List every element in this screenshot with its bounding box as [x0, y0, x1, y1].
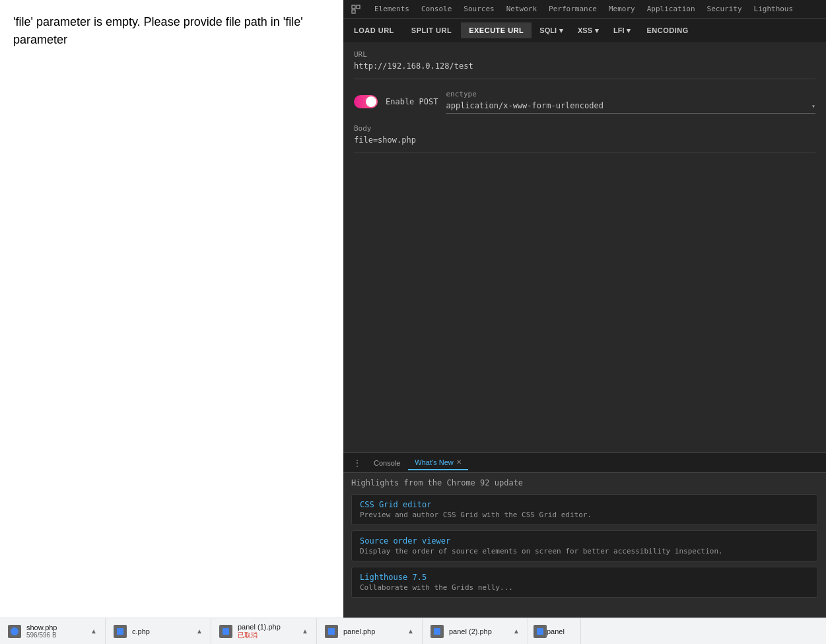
download-name-panel1-php: panel (1).php: [238, 623, 296, 631]
bottom-tabs-more-icon[interactable]: ⋮: [349, 458, 366, 468]
execute-url-button[interactable]: EXECUTE URL: [461, 22, 532, 38]
sqli-button[interactable]: SQLI ▾: [533, 22, 570, 39]
bottom-tabs-bar: ⋮ Console What's New ✕: [343, 453, 826, 473]
download-arrow-show-php[interactable]: ▲: [90, 627, 97, 635]
download-info-panel-php: panel.php: [343, 627, 402, 635]
download-info-show-php: show.php 596/596 B: [26, 624, 85, 639]
highlight-card-source-order: Source order viewer Display the order of…: [351, 530, 818, 561]
download-icon-panel2-php: [430, 625, 444, 638]
body-value[interactable]: file=show.php: [354, 135, 815, 145]
enable-post-toggle[interactable]: [354, 95, 378, 108]
bottom-tab-whats-new[interactable]: What's New ✕: [408, 456, 467, 470]
browser-bottom-bar: show.php 596/596 B ▲ c.php ▲ panel (1).p…: [0, 618, 826, 644]
enctype-dropdown-icon: ▾: [811, 102, 815, 110]
highlight-link-lighthouse[interactable]: Lighthouse 7.5: [360, 573, 809, 582]
download-icon-panel-partial: [533, 625, 547, 638]
download-arrow-c-php[interactable]: ▲: [196, 627, 203, 635]
xss-arrow-icon: ▾: [595, 26, 599, 35]
highlight-link-css-grid[interactable]: CSS Grid editor: [360, 500, 809, 509]
download-arrow-panel-php[interactable]: ▲: [407, 627, 414, 635]
svg-rect-8: [537, 628, 543, 635]
download-arrow-panel2-php[interactable]: ▲: [513, 627, 520, 635]
bottom-tab-console[interactable]: Console: [367, 456, 407, 470]
load-url-button[interactable]: LOAD URL: [346, 22, 402, 38]
download-icon-show-php: [8, 625, 21, 638]
download-info-panel-partial: panel: [547, 627, 575, 635]
highlight-link-source-order[interactable]: Source order viewer: [360, 536, 809, 546]
download-tab-show-php[interactable]: show.php 596/596 B ▲: [0, 618, 106, 644]
devtools-bottom-panel: ⋮ Console What's New ✕ Highlights from t…: [343, 452, 826, 618]
download-icon-c-php: [114, 625, 127, 638]
download-tab-panel2-php[interactable]: panel (2).php ▲: [423, 618, 528, 644]
devtools-tab-performance[interactable]: Performance: [543, 2, 602, 16]
download-info-panel2-php: panel (2).php: [449, 627, 508, 635]
download-name-panel2-php: panel (2).php: [449, 627, 508, 635]
download-size-panel1-php: 已取消: [238, 631, 296, 640]
body-field-group: Body file=show.php: [354, 124, 815, 153]
download-tab-panel-partial[interactable]: panel: [528, 618, 581, 644]
highlight-desc-source-order: Display the order of source elements on …: [360, 547, 809, 555]
lfi-button[interactable]: LFI ▾: [607, 22, 638, 39]
download-tab-panel1-php[interactable]: panel (1).php 已取消 ▲: [211, 618, 317, 644]
download-tab-panel-php[interactable]: panel.php ▲: [317, 618, 423, 644]
svg-rect-0: [352, 5, 355, 9]
devtools-tab-lighthouse[interactable]: Lighthous: [749, 2, 799, 16]
download-name-panel-partial: panel: [547, 627, 575, 635]
enctype-group: enctype application/x-www-form-urlencode…: [446, 90, 815, 114]
download-info-c-php: c.php: [132, 627, 191, 635]
url-label: URL: [354, 50, 815, 59]
download-icon-panel1-php: [219, 625, 232, 638]
svg-rect-2: [352, 10, 355, 13]
svg-point-3: [11, 627, 18, 635]
post-row: Enable POST enctype application/x-www-fo…: [354, 90, 815, 114]
devtools-toolbar: LOAD URL SPLIT URL EXECUTE URL SQLI ▾ XS…: [343, 18, 826, 42]
svg-rect-7: [434, 628, 440, 635]
download-arrow-panel1-php[interactable]: ▲: [302, 627, 308, 635]
whats-new-tab-label: What's New: [415, 458, 453, 466]
download-info-panel1-php: panel (1).php 已取消: [238, 623, 296, 640]
enable-post-label: Enable POST: [386, 97, 438, 106]
bottom-content-area: Highlights from the Chrome 92 update CSS…: [343, 473, 826, 618]
encoding-button[interactable]: ENCODING: [638, 22, 696, 38]
devtools-tab-security[interactable]: Security: [702, 2, 747, 16]
split-url-button[interactable]: SPLIT URL: [403, 22, 460, 38]
devtools-tab-memory[interactable]: Memory: [603, 2, 640, 16]
enctype-value: application/x-www-form-urlencoded: [446, 101, 811, 110]
lfi-arrow-icon: ▾: [627, 26, 631, 35]
xss-button[interactable]: XSS ▾: [571, 22, 605, 39]
lfi-label: LFI: [613, 26, 625, 34]
devtools-main-content: URL http://192.168.0.128/test Enable POS…: [343, 42, 826, 452]
page-content: 'file' parameter is empty. Please provid…: [0, 0, 343, 618]
download-name-panel-php: panel.php: [343, 627, 402, 635]
body-label: Body: [354, 124, 815, 133]
sqli-arrow-icon: ▾: [559, 26, 563, 35]
download-size-show-php: 596/596 B: [26, 631, 85, 639]
url-field-group: URL http://192.168.0.128/test: [354, 50, 815, 79]
svg-rect-1: [357, 5, 360, 9]
devtools-tab-elements-label[interactable]: Elements: [369, 2, 415, 16]
devtools-tab-console[interactable]: Console: [416, 2, 457, 16]
svg-rect-5: [223, 628, 229, 635]
highlight-desc-css-grid: Preview and author CSS Grid with the CSS…: [360, 511, 809, 519]
whats-new-close-icon[interactable]: ✕: [456, 458, 462, 466]
devtools-top-tabs: Elements Console Sources Network Perform…: [343, 0, 826, 18]
download-name-show-php: show.php: [26, 624, 85, 631]
highlight-card-lighthouse: Lighthouse 7.5 Collaborate with the Grid…: [351, 567, 818, 598]
enctype-select[interactable]: application/x-www-form-urlencoded ▾: [446, 101, 815, 114]
xss-label: XSS: [578, 26, 592, 34]
highlight-desc-lighthouse: Collaborate with the Grids nelly...: [360, 583, 809, 592]
download-tab-c-php[interactable]: c.php ▲: [106, 618, 211, 644]
svg-rect-4: [117, 628, 123, 635]
devtools-tab-application[interactable]: Application: [642, 2, 701, 16]
url-value[interactable]: http://192.168.0.128/test: [354, 61, 815, 71]
svg-rect-6: [328, 628, 335, 635]
console-tab-label: Console: [374, 459, 400, 467]
toggle-knob: [366, 96, 376, 107]
download-name-c-php: c.php: [132, 627, 191, 635]
devtools-tab-network[interactable]: Network: [501, 2, 542, 16]
devtools-tab-sources[interactable]: Sources: [458, 2, 499, 16]
highlights-title: Highlights from the Chrome 92 update: [351, 478, 818, 487]
devtools-panel: Elements Console Sources Network Perform…: [343, 0, 826, 618]
devtools-tab-elements[interactable]: [346, 2, 368, 17]
download-icon-panel-php: [325, 625, 338, 638]
